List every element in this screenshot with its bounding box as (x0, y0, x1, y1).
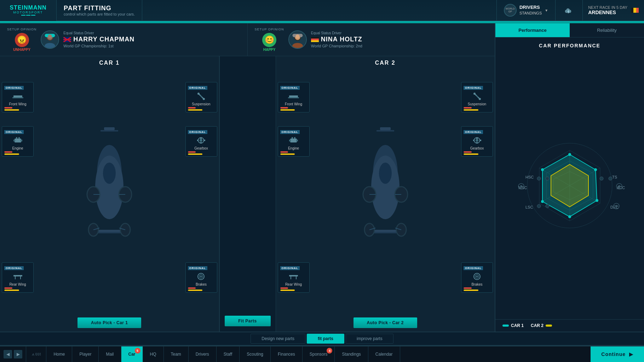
car2-brakes-card[interactable]: ORIGINAL Brakes (461, 262, 493, 293)
car2-label: CAR 2 (375, 56, 396, 68)
svg-point-73 (476, 139, 478, 142)
svg-text:LSC: LSC (525, 205, 533, 209)
driver1-section: SETUP OPINION 😠 UNHAPPY (0, 23, 248, 56)
brakes-bars (188, 287, 215, 291)
car2-gearbox-card[interactable]: ORIGINAL Gearbox (461, 126, 493, 157)
main-content: SETUP OPINION 😠 UNHAPPY (0, 23, 644, 332)
nav-car[interactable]: Car 5 (121, 346, 143, 362)
continue-btn[interactable]: Continue ▶ (591, 346, 644, 362)
suspension-badge: ORIGINAL (188, 86, 207, 90)
svg-text:TS: TS (612, 175, 617, 179)
svg-rect-46 (380, 127, 391, 130)
svg-point-65 (473, 93, 476, 95)
svg-point-66 (479, 98, 481, 100)
car1-svg (74, 124, 145, 258)
car2-engine-card[interactable]: ORIGINAL Engine (278, 126, 310, 157)
rear-wing-icon (4, 271, 31, 282)
nav-hq[interactable]: HQ (143, 346, 164, 362)
setup-opinion-label-1: SETUP OPINION (7, 28, 36, 31)
legend-row: CAR 1 CAR 2 (495, 319, 644, 332)
rear-wing-badge: ORIGINAL (4, 266, 24, 270)
driver1-setup-group: SETUP OPINION 😠 UNHAPPY (7, 28, 36, 52)
car1-column: CAR 1 (0, 56, 219, 332)
car1-engine-card[interactable]: ORIGINAL Engine (2, 126, 34, 157)
nav-back-btn[interactable]: ◀ (4, 350, 12, 358)
logo-decoration (21, 15, 35, 16)
svg-rect-32 (16, 137, 17, 139)
svg-rect-76 (473, 140, 475, 141)
nav-forward-btn[interactable]: ▶ (14, 350, 22, 358)
rear-wing-bars (4, 287, 31, 291)
next-race-text-area: NEXT RACE IN 5 DAY ARDENNES (588, 5, 627, 15)
nav-team[interactable]: Team (164, 346, 189, 362)
legend-car2-label: CAR 2 (531, 323, 544, 328)
svg-text:MSC: MSC (518, 186, 527, 190)
svg-point-105 (537, 177, 541, 180)
right-panel: Performance Reliability CAR PERFORMANCE (495, 23, 644, 332)
gearbox-bars (188, 151, 215, 155)
car2-diagram: ORIGINAL Front Wing ORIGINAL (276, 68, 495, 314)
drivers-standings-btn[interactable]: WORLDGP DRIVERS STANDINGS ▼ (496, 0, 555, 21)
tab-performance[interactable]: Performance (495, 23, 570, 37)
tab-improve-parts[interactable]: improve parts (346, 334, 393, 344)
standings-sub: STANDINGS (519, 11, 542, 16)
car2-front-wing-card[interactable]: ORIGINAL Front Wing (278, 82, 310, 112)
car1-rear-wing-card[interactable]: ORIGINAL Rear Wing (2, 262, 34, 293)
legend-car2: CAR 2 (531, 323, 552, 328)
nav-player[interactable]: Player (72, 346, 99, 362)
nav-brand-logo: ∧ /\/\/\ (26, 346, 46, 362)
nav-mail[interactable]: Mail (99, 346, 121, 362)
fit-parts-btn[interactable]: Fit Parts (225, 316, 271, 326)
driver2-flag-name: NINA HOLTZ (311, 36, 488, 43)
svg-rect-52 (371, 232, 399, 233)
driver1-championship: World GP Championship: 1st (63, 44, 240, 48)
perf-title: CAR PERFORMANCE (495, 37, 644, 52)
car1-brakes-card[interactable]: ORIGINAL Brakes (185, 262, 217, 293)
driver1-avatar (41, 30, 59, 49)
auto-pick-car2-btn[interactable]: Auto Pick - Car 2 (353, 317, 417, 328)
svg-rect-61 (289, 95, 298, 97)
page-subtitle: control which parts are fitted to your c… (64, 12, 135, 16)
nav-drivers[interactable]: Drivers (189, 346, 217, 362)
tab-fit-parts[interactable]: fit parts (307, 334, 344, 344)
rear-wing-name: Rear Wing (4, 282, 31, 286)
nav-finances[interactable]: Finances (271, 346, 303, 362)
nav-scouting[interactable]: Scouting (240, 346, 271, 362)
car2-suspension-card[interactable]: ORIGINAL Suspension (461, 82, 493, 112)
car2-rear-wing-card[interactable]: ORIGINAL Rear Wing (278, 262, 310, 293)
weather-btn[interactable] (555, 0, 582, 21)
next-race-label: NEXT RACE IN 5 DAY (588, 5, 627, 10)
nav-sponsors[interactable]: Sponsors 4 (303, 346, 335, 362)
svg-rect-14 (95, 232, 123, 233)
gearbox-badge: ORIGINAL (188, 130, 207, 134)
cars-panel: SETUP OPINION 😠 UNHAPPY (0, 23, 495, 332)
driver1-info: Equal Status Driver HARRY CHAPMAN World … (63, 31, 240, 48)
legend-car1-label: CAR 1 (511, 323, 524, 328)
nav-home[interactable]: Home (46, 346, 72, 362)
svg-rect-74 (476, 138, 478, 139)
svg-rect-38 (197, 140, 199, 141)
car2-svg (350, 124, 421, 258)
svg-point-95 (596, 199, 598, 202)
tab-reliability[interactable]: Reliability (570, 23, 644, 37)
brakes-name: Brakes (188, 282, 215, 286)
car1-buttons: Auto Pick - Car 1 (0, 314, 219, 332)
nav-standings[interactable]: Standings (335, 346, 368, 362)
suspension-name: Suspension (188, 102, 215, 106)
car2-front-wing-icon (280, 91, 307, 101)
car1-suspension-card[interactable]: ORIGINAL Suspension (185, 82, 217, 112)
svg-rect-70 (292, 137, 293, 139)
svg-rect-29 (15, 139, 21, 142)
svg-rect-36 (200, 138, 202, 139)
auto-pick-car1-btn[interactable]: Auto Pick - Car 1 (77, 317, 141, 328)
svg-rect-47 (376, 130, 394, 132)
logo-sub: MOTORSPORT (13, 11, 43, 14)
tab-design-new-parts[interactable]: Design new parts (251, 334, 305, 344)
nav-staff[interactable]: Staff (217, 346, 240, 362)
nav-calendar[interactable]: Calendar (368, 346, 400, 362)
car1-gearbox-card[interactable]: ORIGINAL Gearbox (185, 126, 217, 157)
svg-point-106 (546, 177, 549, 180)
svg-rect-69 (296, 140, 298, 141)
driver1-status-icon: 😠 (15, 33, 29, 47)
car1-front-wing-card[interactable]: ORIGINAL Front Wing (2, 82, 34, 112)
